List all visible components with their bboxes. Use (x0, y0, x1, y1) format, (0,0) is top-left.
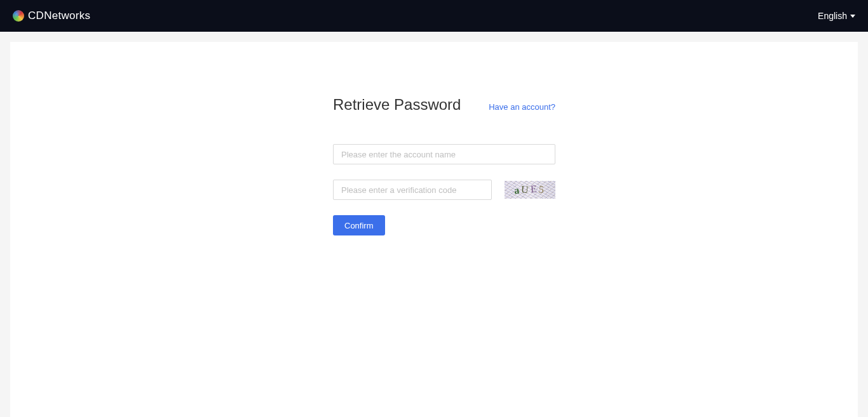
verification-row: a U E 5 (333, 180, 555, 200)
form-title-bar: Retrieve Password Have an account? (333, 96, 555, 114)
captcha-char-2: U (521, 184, 531, 196)
captcha-char-4: 5 (538, 184, 546, 196)
verification-code-input[interactable] (333, 180, 492, 200)
have-account-link[interactable]: Have an account? (489, 102, 555, 112)
captcha-char-3: E (530, 183, 539, 195)
language-label: English (818, 11, 847, 21)
cdnetworks-logo-icon (13, 10, 24, 22)
main-panel: Retrieve Password Have an account? a U E… (10, 42, 858, 417)
brand-name: CDNetworks (28, 10, 90, 22)
retrieve-password-form: Retrieve Password Have an account? a U E… (333, 96, 555, 235)
captcha-image[interactable]: a U E 5 (505, 181, 555, 199)
language-selector[interactable]: English (818, 11, 855, 21)
account-name-input[interactable] (333, 144, 555, 164)
page-title: Retrieve Password (333, 96, 461, 114)
chevron-down-icon (850, 15, 855, 18)
confirm-button[interactable]: Confirm (333, 215, 385, 235)
top-header: CDNetworks English (0, 0, 868, 32)
brand-logo: CDNetworks (13, 10, 90, 22)
